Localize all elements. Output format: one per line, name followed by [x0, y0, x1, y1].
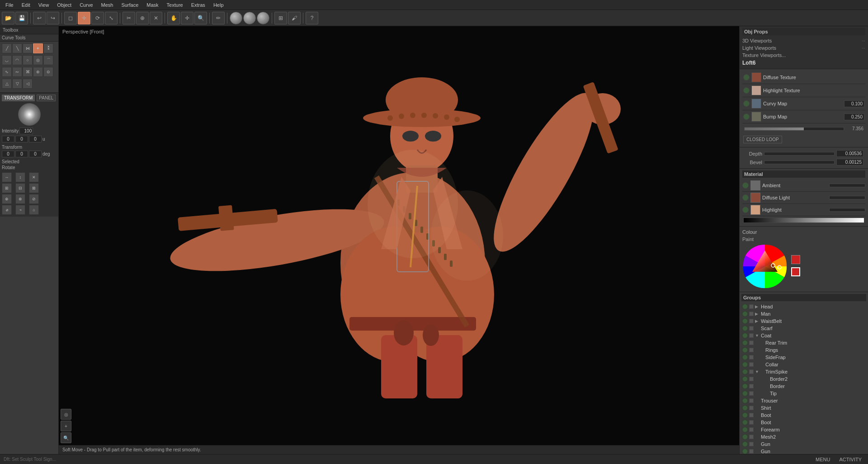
tex-eye-diffuse[interactable] [743, 74, 750, 80]
ti-4[interactable]: ⊞ [2, 183, 12, 193]
ti-5[interactable]: ⊟ [15, 183, 25, 193]
group-eye-border[interactable] [742, 384, 748, 389]
group-collar[interactable]: Collar [741, 361, 866, 368]
group-boot1[interactable]: Boot [741, 412, 866, 419]
group-eye-sidefrap[interactable] [742, 355, 748, 360]
vp-light-label[interactable]: Light Viewports [742, 45, 776, 51]
toolbar-add[interactable]: ⊕ [136, 12, 149, 24]
tool-1[interactable]: ╱ [2, 43, 12, 53]
transform-tab[interactable]: TRANSFORM [2, 95, 35, 101]
group-eye-boot2[interactable] [742, 420, 748, 425]
group-rings[interactable]: Rings [741, 346, 866, 354]
menu-texture[interactable]: Texture [163, 1, 187, 9]
toolbar-scale[interactable]: ⤡ [105, 12, 118, 24]
y-input[interactable] [15, 136, 28, 142]
tool-12[interactable]: ∾ [12, 67, 22, 77]
group-eye-forearm[interactable] [742, 427, 748, 432]
group-head[interactable]: ▶ Head [741, 303, 866, 310]
panel-tab[interactable]: PANEL [37, 95, 56, 101]
menu-edit[interactable]: Edit [18, 1, 34, 9]
tool-8[interactable]: ○ [23, 55, 33, 65]
color-wheel-svg[interactable] [742, 244, 788, 289]
toolbar-sphere2[interactable]: ○ [243, 12, 256, 24]
group-mesh2[interactable]: Mesh2 [741, 433, 866, 440]
vp-3d-label[interactable]: 3D Viewports [742, 38, 772, 43]
menu-file[interactable]: File [2, 1, 17, 9]
z-input[interactable] [29, 136, 42, 142]
group-gun1[interactable]: Gun [741, 440, 866, 448]
ti-7[interactable]: ⊕ [2, 194, 12, 204]
tool-15[interactable]: ⊝ [43, 67, 53, 77]
depth-slider[interactable] [764, 152, 835, 156]
mat-eye-highlight[interactable] [742, 207, 749, 213]
mat-eye-ambient[interactable] [742, 182, 749, 189]
group-boot2[interactable]: Boot [741, 419, 866, 426]
group-eye-tip[interactable] [742, 391, 748, 396]
activity-btn[interactable]: ACTIVITY [836, 457, 864, 462]
ti-11[interactable]: ⌁ [15, 205, 25, 215]
tool-2[interactable]: ╲ [12, 43, 22, 53]
toolbar-draw[interactable]: ✏ [212, 12, 225, 24]
x-input[interactable] [2, 136, 14, 142]
tool-16[interactable]: △ [2, 79, 12, 89]
bump-texture-val[interactable]: 0.250 [844, 114, 864, 120]
closed-loop-btn[interactable]: CLOSED LOOP [743, 136, 782, 143]
toolbar-open[interactable]: 📂 [2, 12, 14, 24]
ti-2[interactable]: ↕ [15, 172, 25, 182]
swatch-red[interactable] [791, 255, 800, 264]
tex-eye-bump[interactable] [743, 114, 750, 120]
group-man[interactable]: ▶ Man [741, 310, 866, 317]
toolbar-sphere3[interactable]: ○ [257, 12, 269, 24]
group-tip[interactable]: Tip [741, 390, 866, 397]
tool-6[interactable]: ◡ [2, 55, 12, 65]
ti-3[interactable]: ✕ [29, 172, 39, 182]
menu-help[interactable]: Help [210, 1, 227, 9]
ti-9[interactable]: ⊘ [29, 194, 39, 204]
group-border[interactable]: Border [741, 383, 866, 390]
ti-10[interactable]: ⌀ [2, 205, 12, 215]
bump-slider[interactable] [744, 127, 844, 131]
group-forearm[interactable]: Forearm [741, 426, 866, 433]
depth-val[interactable]: 0.00536 [836, 150, 863, 157]
toolbar-transform[interactable]: ✛ [78, 12, 90, 24]
tool-10[interactable]: ⌒ [43, 55, 53, 65]
group-eye-gun2[interactable] [742, 449, 748, 454]
group-eye-reartrim[interactable] [742, 340, 748, 346]
group-eye-coat[interactable] [742, 333, 748, 338]
viewport[interactable]: Perspective [Front] [59, 26, 739, 454]
toolbar-paint[interactable]: 🖌 [288, 12, 301, 24]
bevel-val[interactable]: 0.00125 [836, 159, 863, 166]
group-scarf[interactable]: Scarf [741, 325, 866, 332]
tool-9[interactable]: ◎ [33, 55, 43, 65]
toolbar-rotate[interactable]: ⟳ [91, 12, 104, 24]
y2-input[interactable] [15, 151, 28, 157]
ti-1[interactable]: ↔ [2, 172, 12, 182]
group-eye-trimspike[interactable] [742, 369, 748, 374]
menu-extras[interactable]: Extras [188, 1, 209, 9]
toolbar-delete[interactable]: ✕ [150, 12, 162, 24]
group-eye-shirt[interactable] [742, 405, 748, 411]
group-eye-border2[interactable] [742, 376, 748, 382]
group-border2[interactable]: Border2 [741, 375, 866, 383]
tool-4[interactable]: ✦ [33, 43, 43, 53]
zoom-in-icon[interactable]: + [61, 421, 71, 431]
group-eye-man[interactable] [742, 311, 748, 317]
compass-icon[interactable]: ◎ [61, 409, 71, 420]
x2-input[interactable] [2, 151, 14, 157]
group-eye-waistbelt[interactable] [742, 318, 748, 324]
tex-eye-highlight[interactable] [743, 87, 750, 94]
menu-bottom-btn[interactable]: MENU [813, 457, 833, 462]
ti-12[interactable]: ⌂ [29, 205, 39, 215]
vp-texture-label[interactable]: Texture Viewports... [742, 52, 786, 58]
toolbar-help[interactable]: ? [306, 12, 318, 24]
menu-mask[interactable]: Mask [143, 1, 162, 9]
tool-5[interactable]: ⁑ [43, 43, 53, 53]
toolbar-navigate[interactable]: ✛ [181, 12, 193, 24]
group-eye-rings[interactable] [742, 347, 748, 353]
tex-eye-curvy[interactable] [743, 100, 750, 107]
group-eye-scarf[interactable] [742, 326, 748, 331]
tool-17[interactable]: ▽ [12, 79, 22, 89]
z2-input[interactable] [29, 151, 42, 157]
toolbar-pan[interactable]: ✋ [167, 12, 180, 24]
group-eye-trouser[interactable] [742, 398, 748, 403]
